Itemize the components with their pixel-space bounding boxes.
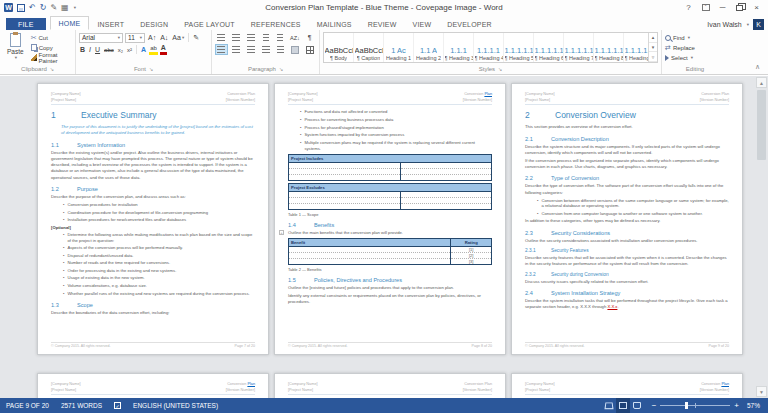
table-header-cell[interactable]: Benefit: [289, 238, 451, 246]
bullet-item[interactable]: •Process for converting business process…: [300, 117, 492, 123]
minimize-button[interactable]: ─: [715, 2, 730, 13]
document-page[interactable]: [Company Name][Project Name]Conversion P…: [511, 83, 743, 355]
table-cell[interactable]: [289, 203, 401, 209]
document-page[interactable]: [Company Name][Project Name]Conversion P…: [37, 83, 269, 355]
style-item-caption[interactable]: AaBbCcL¶ Caption: [354, 33, 384, 62]
underline-button[interactable]: U: [94, 45, 101, 55]
cut-button[interactable]: ✂ Cut: [31, 33, 72, 42]
header-plan-link[interactable]: Plan: [721, 382, 729, 386]
table-cell[interactable]: [400, 203, 491, 209]
zoom-slider-thumb[interactable]: [685, 402, 688, 409]
document-page[interactable]: [Company Name][Project Name]Conversion P…: [274, 373, 506, 398]
ribbon-tab-references[interactable]: REFERENCES: [243, 18, 309, 30]
shading-button[interactable]: [289, 44, 302, 55]
style-item-heading-7[interactable]: 1.1.1.1.1¶ Heading 7: [564, 33, 594, 62]
style-item-heading-9[interactable]: 1.1.1.1.1.¶ Heading 9: [624, 33, 648, 62]
bullet-item[interactable]: •Process for phased/staged implementatio…: [300, 125, 492, 131]
doc-heading-2-3-2[interactable]: 2.3.2Security during Conversion: [525, 272, 729, 277]
bullet-item[interactable]: •Determine the following areas while mak…: [63, 232, 255, 244]
style-item-heading-8[interactable]: 1.1.1.1.1¶ Heading 8: [594, 33, 624, 62]
language-indicator[interactable]: ENGLISH (UNITED STATES): [127, 398, 224, 413]
style-item-heading-6[interactable]: 1.1.1.1.1¶ Heading 6: [534, 33, 564, 62]
doc-heading-1-2[interactable]: 1.2Purpose: [51, 186, 255, 192]
document-page[interactable]: [Company Name][Project Name]Conversion P…: [37, 373, 269, 398]
doc-paragraph[interactable]: Describe the type of conversion effort. …: [525, 183, 729, 196]
bullet-item[interactable]: •Volume considerations, e.g. database si…: [63, 283, 255, 289]
bullet-item[interactable]: •Coordination procedure for the developm…: [63, 210, 255, 216]
help-button[interactable]: ?: [681, 2, 696, 13]
table-move-anchor-icon[interactable]: +: [279, 230, 284, 235]
doc-paragraph[interactable]: Describe the boundaries of the data conv…: [51, 310, 255, 316]
restore-button[interactable]: [732, 2, 747, 13]
doc-paragraph[interactable]: Describe the purpose of the conversion p…: [51, 194, 255, 200]
document-page[interactable]: [Company Name][Project Name]Conversion P…: [511, 373, 743, 398]
doc-heading-1-3[interactable]: 1.3Scope: [51, 302, 255, 308]
align-right-button[interactable]: [244, 44, 257, 55]
styles-dialog-launcher[interactable]: ↘: [498, 66, 502, 72]
doc-paragraph[interactable]: Describe the system structure and its ma…: [525, 144, 729, 157]
ribbon-tab-file[interactable]: FILE: [6, 18, 46, 30]
vertical-scrollbar[interactable]: ▲ ▼: [756, 77, 767, 397]
multilevel-list-button[interactable]: [244, 32, 257, 43]
doc-heading-2-3[interactable]: 2.3Security Considerations: [525, 230, 729, 236]
font-name-combo[interactable]: Arial ▾: [79, 33, 123, 43]
doc-paragraph[interactable]: Describe the existing system(s) and/or p…: [51, 150, 255, 181]
bullet-item[interactable]: •System functions impacted by the conver…: [300, 132, 492, 138]
bullets-button[interactable]: [215, 32, 228, 43]
proofing-status[interactable]: ✓: [108, 398, 127, 413]
zoom-percentage[interactable]: 57%: [747, 402, 768, 409]
bullet-item[interactable]: •Whether parallel runs of the existing a…: [63, 291, 255, 297]
style-item-heading-3[interactable]: 1.1.1¶ Heading 3: [444, 33, 474, 62]
select-button[interactable]: Select ▾: [665, 53, 725, 62]
font-color-button[interactable]: A: [160, 45, 167, 55]
web-layout-button[interactable]: [630, 398, 644, 413]
bullet-item[interactable]: •Conversion procedures for installation: [63, 202, 255, 208]
doc-paragraph[interactable]: Describe security features that will be …: [525, 255, 729, 268]
shrink-font-button[interactable]: A↓: [159, 33, 169, 43]
table-cell[interactable]: [289, 258, 451, 264]
format-painter-button[interactable]: Format Painter: [31, 53, 72, 62]
save-icon[interactable]: [17, 4, 25, 12]
undo-icon[interactable]: ↶: [29, 3, 36, 12]
ribbon-tab-design[interactable]: DESIGN: [132, 18, 176, 30]
scroll-up-icon[interactable]: ▲: [756, 77, 767, 88]
justify-button[interactable]: [259, 44, 272, 55]
align-center-button[interactable]: [230, 44, 243, 55]
scroll-down-icon[interactable]: ▼: [756, 386, 767, 397]
style-item-heading-1[interactable]: 1 AcHeading 1: [384, 33, 414, 62]
document-page[interactable]: [Company Name][Project Name]Conversion P…: [274, 83, 506, 355]
doc-heading-2-4[interactable]: 2.4System Installation Strategy: [525, 290, 729, 296]
zoom-in-button[interactable]: +: [734, 402, 739, 410]
doc-heading-1[interactable]: 1Executive Summary: [51, 110, 255, 120]
collapse-ribbon-icon[interactable]: ∧: [755, 63, 760, 71]
text-effects-button[interactable]: A: [140, 45, 147, 55]
ribbon-tab-home[interactable]: HOME: [50, 16, 90, 30]
bullet-item[interactable]: •Order for processing data in the existi…: [63, 268, 255, 274]
borders-button[interactable]: [303, 44, 316, 55]
table-cell[interactable]: [400, 174, 491, 180]
bullet-item[interactable]: •Conversion between different versions o…: [537, 198, 729, 210]
page-indicator[interactable]: PAGE 9 OF 20: [0, 398, 55, 413]
style-item-heading-5[interactable]: 1.1.1.1.1¶ Heading 5: [504, 33, 534, 62]
bullet-item[interactable]: •Aspects of the conversion process will …: [63, 245, 255, 251]
paste-dropdown-icon[interactable]: ▾: [15, 55, 17, 60]
doc-optional-label[interactable]: [Optional]: [51, 225, 255, 230]
font-size-combo[interactable]: 11 ▾: [125, 33, 145, 43]
highlight-color-button[interactable]: ab: [149, 45, 158, 55]
word-count[interactable]: 2571 WORDS: [55, 398, 108, 413]
cross-reference-link[interactable]: X.X.x: [607, 304, 617, 309]
table-cell[interactable]: [3]: [451, 258, 492, 264]
sort-button[interactable]: AZ↓: [289, 32, 302, 43]
document-canvas[interactable]: [Company Name][Project Name]Conversion P…: [0, 76, 768, 398]
ribbon-display-options-button[interactable]: ˆ: [698, 2, 713, 13]
doc-heading-1-1[interactable]: 1.1System Information: [51, 142, 255, 148]
strikethrough-button[interactable]: abc: [103, 45, 115, 55]
numbering-button[interactable]: [230, 32, 243, 43]
doc-heading-2[interactable]: 2Conversion Overview: [525, 110, 729, 120]
bullet-item[interactable]: •Usage of existing data in the new syste…: [63, 275, 255, 281]
bullet-item[interactable]: •Number of reads and the time required f…: [63, 260, 255, 266]
line-spacing-button[interactable]: [274, 44, 287, 55]
print-layout-button[interactable]: [616, 398, 630, 413]
account-area[interactable]: Ivan Walsh ▾ K: [707, 19, 768, 30]
decrease-indent-button[interactable]: [259, 32, 272, 43]
